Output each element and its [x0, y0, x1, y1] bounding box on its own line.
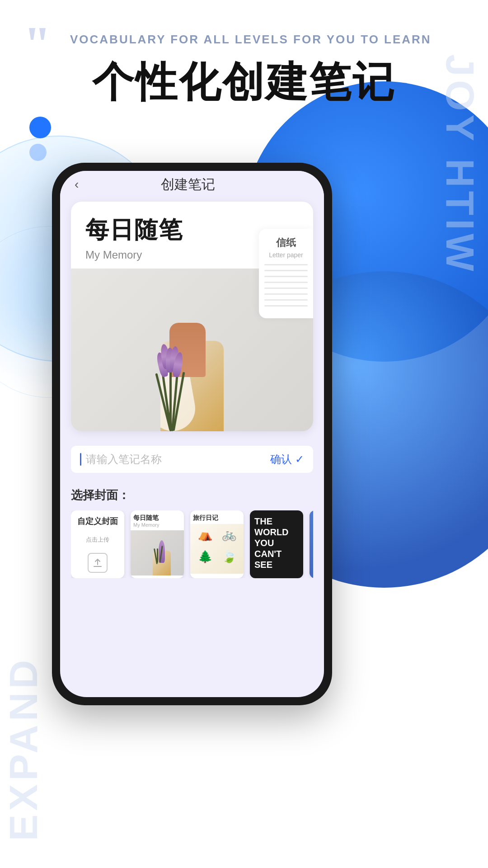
sticker-bike: 🚲	[218, 528, 240, 548]
main-title: 个性化创建笔记	[45, 54, 443, 110]
cover-item-world[interactable]: THE WORLD YOU CAN'T SEE	[250, 510, 303, 578]
cover-travel-title: 旅行日记	[190, 510, 244, 522]
blue-dot-small	[29, 144, 47, 161]
right-panel-title: 信纸	[264, 236, 308, 250]
right-line-4	[264, 282, 308, 283]
cover-item-custom[interactable]: 自定义封面 点击上传	[71, 510, 124, 578]
cover-custom-title: 自定义封面	[77, 516, 118, 527]
back-button[interactable]: ‹	[75, 177, 79, 192]
world-line-5: SEE	[254, 559, 299, 570]
cover-world-inner: THE WORLD YOU CAN'T SEE	[250, 510, 303, 578]
notebook-card: 每日随笔 My Memory	[71, 202, 313, 431]
phone-screen: ‹ 创建笔记 每日随笔 My Memory	[60, 171, 324, 697]
right-line-8	[264, 305, 308, 307]
cover-daily-subtitle: My Memory	[131, 522, 184, 528]
world-line-4: CAN'T	[254, 548, 299, 559]
cover-custom-subtitle: 点击上传	[86, 536, 109, 544]
right-panel-lines	[264, 264, 308, 307]
right-line-6	[264, 293, 308, 295]
vertical-text-left: EXPAND	[4, 656, 43, 841]
world-line-3: YOU	[254, 538, 299, 548]
sticker-tree: 🌲	[194, 550, 216, 570]
right-line-5	[264, 288, 308, 289]
input-field-row[interactable]: 请输入笔记名称 确认 ✓	[71, 446, 313, 473]
input-area: 请输入笔记名称 确认 ✓	[60, 435, 324, 484]
world-line-2: WORLD	[254, 527, 299, 538]
cover-item-blue[interactable]	[310, 510, 313, 578]
subtitle-text: VOCABULARY FOR ALL LEVELS FOR YOU TO LEA…	[70, 33, 470, 47]
cover-blue-inner	[310, 510, 313, 578]
confirm-button[interactable]: 确认 ✓	[270, 452, 304, 467]
upload-icon[interactable]	[88, 553, 108, 573]
input-cursor	[80, 453, 81, 466]
cover-daily-title: 每日随笔	[131, 510, 184, 522]
blue-dot-big	[29, 117, 51, 138]
cover-item-travel[interactable]: 旅行日记 ⛺ 🚲 🌲 🍃	[190, 510, 244, 578]
right-line-1	[264, 264, 308, 265]
cover-label: 选择封面：	[71, 487, 313, 503]
right-line-3	[264, 276, 308, 277]
right-panel: 信纸 Letter paper	[259, 229, 313, 318]
stem-2	[169, 368, 172, 431]
right-line-7	[264, 299, 308, 301]
cover-section: 选择封面： 自定义封面 点击上传	[60, 484, 324, 589]
vertical-text-right: JOY HTIW	[440, 54, 480, 275]
input-placeholder[interactable]: 请输入笔记名称	[86, 452, 270, 467]
cover-item-daily[interactable]: 每日随笔 My Memory	[131, 510, 184, 578]
phone-mockup: ‹ 创建笔记 每日随笔 My Memory	[52, 163, 332, 705]
cover-grid: 自定义封面 点击上传 每日随笔 My Memory	[71, 510, 313, 578]
right-line-2	[264, 270, 308, 271]
sticker-tent: ⛺	[194, 528, 216, 548]
cover-item-custom-inner: 自定义封面 点击上传	[71, 510, 124, 578]
sticker-leaf: 🍃	[218, 550, 240, 570]
world-line-1: THE	[254, 516, 299, 527]
phone-status-bar: ‹ 创建笔记	[60, 171, 324, 198]
right-panel-subtitle: Letter paper	[264, 251, 308, 259]
screen-title: 创建笔记	[79, 175, 297, 194]
hand-arm	[156, 305, 228, 431]
